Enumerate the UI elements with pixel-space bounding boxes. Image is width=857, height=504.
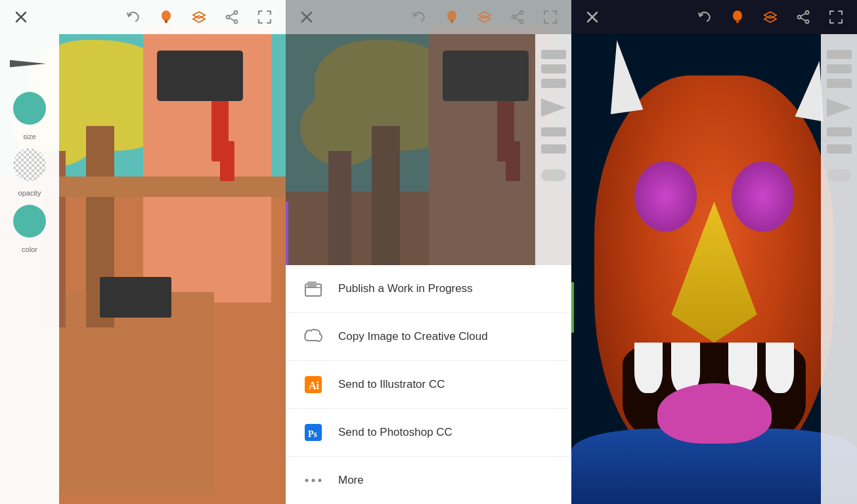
fullscreen-button-3[interactable] (825, 7, 846, 28)
publish-icon (301, 277, 325, 301)
svg-line-21 (516, 14, 520, 16)
svg-point-39 (806, 11, 809, 14)
svg-line-43 (801, 18, 806, 21)
svg-point-40 (798, 16, 801, 19)
menu-item-photoshop[interactable]: Ps Send to Photoshop CC (286, 409, 571, 457)
menu-item-more[interactable]: More (286, 457, 571, 504)
size-control[interactable] (13, 92, 46, 125)
creative-cloud-icon (301, 325, 325, 348)
slider-3-4[interactable] (827, 127, 852, 136)
slider-3-arrow[interactable] (827, 98, 852, 117)
menu-label-illustrator: Send to Illustrator CC (338, 378, 445, 391)
slider-pill[interactable] (541, 169, 566, 181)
svg-point-19 (512, 16, 516, 19)
slider-3[interactable] (541, 79, 566, 88)
svg-point-8 (234, 20, 238, 24)
layers-button[interactable] (188, 7, 209, 28)
svg-rect-15 (450, 20, 453, 23)
menu-item-copy-cc[interactable]: Copy Image to Creative Cloud (286, 313, 571, 361)
svg-line-9 (230, 14, 234, 16)
brush-preview (10, 45, 49, 84)
fullscreen-button-2[interactable] (540, 7, 561, 28)
slider-arrow[interactable] (541, 98, 566, 117)
green-accent (571, 282, 574, 333)
photoshop-icon: Ps (301, 421, 325, 444)
svg-line-42 (801, 14, 806, 16)
menu-label-publish: Publish a Work in Progress (338, 282, 473, 295)
svg-point-2 (162, 10, 171, 21)
svg-line-22 (516, 18, 520, 21)
svg-text:Ai: Ai (309, 380, 320, 391)
size-label: size (23, 133, 36, 140)
slider-bar-wide[interactable] (541, 127, 566, 136)
slider-1[interactable] (541, 50, 566, 59)
svg-point-14 (447, 10, 456, 21)
opacity-label: opacity (18, 189, 41, 197)
panel-2: Publish a Work in Progress Copy Image to… (286, 0, 571, 504)
menu-label-copy-cc: Copy Image to Creative Cloud (338, 330, 488, 343)
brush-button-2[interactable] (441, 7, 462, 28)
layers-button-2[interactable] (474, 7, 495, 28)
opacity-control[interactable] (13, 148, 46, 181)
svg-line-10 (230, 18, 234, 21)
toolbar-panel-2 (286, 0, 571, 34)
svg-point-30 (305, 479, 309, 482)
slider-3-1[interactable] (827, 50, 852, 59)
svg-point-41 (806, 20, 809, 24)
slider-5[interactable] (541, 144, 566, 154)
brush-button-3[interactable] (727, 7, 748, 28)
svg-text:Ps: Ps (308, 429, 318, 439)
svg-point-20 (520, 20, 523, 24)
close-button-2[interactable] (296, 7, 317, 28)
menu-label-photoshop: Send to Photoshop CC (338, 426, 452, 439)
right-sidebar-3 (821, 34, 857, 504)
undo-button-2[interactable] (408, 7, 429, 28)
toolbar-panel-1 (0, 0, 286, 34)
close-button[interactable] (11, 7, 32, 28)
svg-point-18 (520, 11, 523, 14)
share-button-3[interactable] (793, 7, 814, 28)
svg-point-7 (227, 16, 230, 19)
color-control[interactable] (13, 205, 46, 238)
slider-2[interactable] (541, 64, 566, 74)
svg-point-32 (319, 479, 322, 482)
slider-3-3[interactable] (827, 79, 852, 88)
svg-rect-3 (165, 20, 167, 23)
share-button-2[interactable] (507, 7, 528, 28)
fullscreen-button[interactable] (254, 7, 275, 28)
svg-marker-11 (10, 60, 46, 68)
brush-button[interactable] (156, 7, 177, 28)
menu-item-publish[interactable]: Publish a Work in Progress (286, 265, 571, 313)
layers-button-3[interactable] (760, 7, 781, 28)
svg-point-35 (733, 10, 742, 21)
more-icon (301, 469, 325, 492)
svg-point-6 (234, 11, 238, 14)
share-button[interactable] (221, 7, 242, 28)
color-label: color (22, 245, 37, 253)
slider-3-pill[interactable] (827, 169, 852, 181)
close-button-3[interactable] (582, 7, 603, 28)
toolbar-panel-3 (571, 0, 857, 34)
menu-label-more: More (338, 474, 364, 487)
dropdown-menu: Publish a Work in Progress Copy Image to… (286, 265, 571, 504)
slider-3-2[interactable] (827, 64, 852, 74)
left-sidebar: size opacity color (0, 34, 59, 504)
undo-button-3[interactable] (694, 7, 715, 28)
menu-item-illustrator[interactable]: Ai Send to Illustrator CC (286, 361, 571, 409)
undo-button[interactable] (123, 7, 144, 28)
svg-rect-36 (736, 20, 739, 23)
illustrator-icon: Ai (301, 373, 325, 396)
slider-3-5[interactable] (827, 144, 852, 154)
panel-1: size opacity color (0, 0, 286, 504)
panel-3 (571, 0, 857, 504)
svg-point-31 (312, 479, 315, 482)
